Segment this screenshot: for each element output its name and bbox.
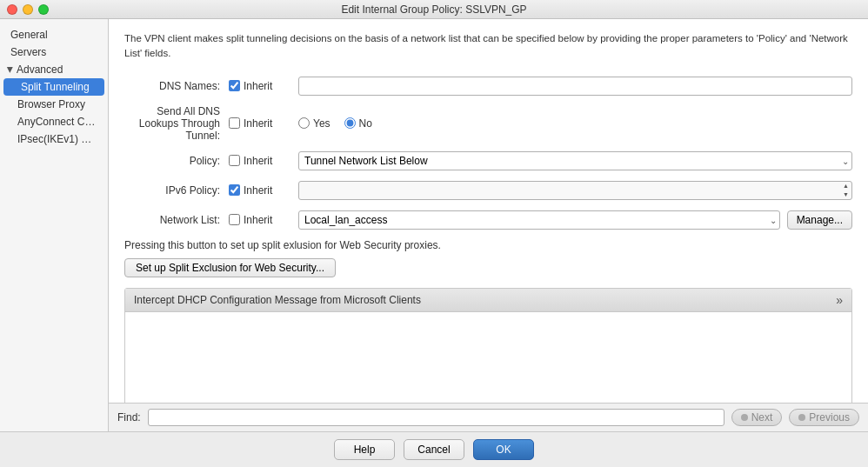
sidebar-item-split-tunneling[interactable]: Split Tunneling [3, 78, 104, 96]
close-button[interactable] [7, 4, 17, 15]
sidebar-item-ipsec[interactable]: IPsec(IKEv1) Clie... [0, 130, 108, 148]
maximize-button[interactable] [38, 4, 49, 15]
ipv6-policy-inherit-checkbox[interactable] [229, 184, 240, 196]
dns-names-label: DNS Names: [124, 80, 229, 92]
network-list-inherit-checkbox[interactable] [229, 214, 240, 225]
action-bar: Help Cancel OK [0, 431, 868, 467]
network-list-inherit-label[interactable]: Inherit [229, 214, 272, 226]
sidebar-item-browser-proxy[interactable]: Browser Proxy [0, 96, 108, 113]
next-dot-icon [741, 414, 748, 421]
find-bar: Find: Next Previous [109, 403, 868, 431]
send-all-dns-no-radio[interactable] [344, 117, 356, 129]
dhcp-expand-icon[interactable]: » [836, 293, 843, 307]
find-label: Find: [117, 411, 141, 424]
dns-names-row: DNS Names: Inherit [124, 76, 852, 97]
policy-select-wrapper: Tunnel Network List Below Exclude Networ… [298, 151, 852, 170]
web-security-button[interactable]: Set up Split Exclusion for Web Security.… [124, 258, 336, 277]
ipv6-spinner-arrows: ▲ ▼ [841, 182, 851, 199]
content-inner: The VPN client makes split tunneling dec… [109, 19, 868, 403]
ipv6-policy-spinner: ▲ ▼ [298, 181, 852, 200]
send-all-dns-inherit-checkbox[interactable] [229, 117, 240, 129]
policy-select[interactable]: Tunnel Network List Below Exclude Networ… [298, 151, 852, 170]
main-layout: General Servers ▶ Advanced Split Tunneli… [0, 19, 868, 431]
send-all-dns-yes-radio[interactable] [298, 117, 310, 129]
network-list-select-wrapper: Local_lan_access ⌄ [298, 210, 780, 230]
send-all-dns-row: Send All DNS Lookups Through Tunnel: Inh… [124, 105, 852, 142]
policy-inherit-checkbox[interactable] [229, 155, 240, 166]
ipv6-policy-input[interactable] [298, 181, 852, 200]
dhcp-section: Intercept DHCP Configuration Message fro… [124, 288, 852, 404]
sidebar-advanced-label: Advanced [17, 63, 63, 76]
dhcp-header-label: Intercept DHCP Configuration Message fro… [134, 294, 421, 306]
dns-names-input[interactable] [298, 77, 852, 96]
send-all-dns-inherit-label[interactable]: Inherit [229, 117, 272, 130]
previous-dot-icon [798, 414, 805, 421]
send-all-dns-inherit-wrapper: Inherit [229, 117, 298, 130]
window-title: Edit Internal Group Policy: SSLVPN_GP [341, 3, 526, 16]
policy-label: Policy: [124, 155, 229, 167]
dns-names-inherit-label[interactable]: Inherit [229, 80, 272, 92]
sidebar-item-anyconnect[interactable]: AnyConnect Clie... [0, 113, 108, 130]
policy-inherit-label[interactable]: Inherit [229, 155, 272, 167]
advanced-chevron-icon: ▶ [6, 67, 15, 73]
dns-names-control [298, 77, 852, 96]
dns-names-inherit-wrapper: Inherit [229, 80, 298, 92]
ipv6-spinner-up-icon[interactable]: ▲ [841, 182, 851, 190]
policy-inherit-wrapper: Inherit [229, 155, 298, 167]
dns-names-inherit-checkbox[interactable] [229, 80, 240, 91]
previous-button[interactable]: Previous [789, 409, 859, 426]
policy-control: Tunnel Network List Below Exclude Networ… [298, 151, 852, 170]
dhcp-content [125, 312, 851, 404]
content-panel: The VPN client makes split tunneling dec… [109, 19, 868, 431]
window-controls [7, 4, 49, 15]
minimize-button[interactable] [23, 4, 33, 15]
sidebar-item-general[interactable]: General [0, 26, 108, 43]
ipv6-policy-row: IPv6 Policy: Inherit ▲ ▼ [124, 180, 852, 201]
network-list-select[interactable]: Local_lan_access [298, 210, 780, 230]
ipv6-spinner-down-icon[interactable]: ▼ [841, 190, 851, 199]
ipv6-policy-control: ▲ ▼ [298, 181, 852, 200]
send-all-dns-label: Send All DNS Lookups Through Tunnel: [124, 105, 229, 142]
find-input[interactable] [148, 409, 724, 426]
ok-button[interactable]: OK [473, 439, 534, 460]
ipv6-policy-inherit-label[interactable]: Inherit [229, 184, 272, 197]
dhcp-header[interactable]: Intercept DHCP Configuration Message fro… [125, 289, 851, 312]
ipv6-policy-label: IPv6 Policy: [124, 184, 229, 197]
network-list-control: Local_lan_access ⌄ Manage... [298, 210, 852, 230]
next-button[interactable]: Next [731, 409, 783, 426]
sidebar: General Servers ▶ Advanced Split Tunneli… [0, 19, 109, 431]
sidebar-item-servers[interactable]: Servers [0, 43, 108, 61]
sidebar-item-advanced[interactable]: ▶ Advanced [0, 61, 108, 78]
network-list-label: Network List: [124, 214, 229, 226]
titlebar: Edit Internal Group Policy: SSLVPN_GP [0, 0, 868, 19]
web-security-section: Pressing this button to set up split exl… [124, 239, 852, 277]
web-security-description: Pressing this button to set up split exl… [124, 239, 852, 251]
send-all-dns-control: Yes No [298, 117, 852, 130]
description-text: The VPN client makes split tunneling dec… [124, 31, 852, 62]
network-list-row: Network List: Inherit Local_lan_access ⌄… [124, 210, 852, 230]
send-all-dns-yes-option[interactable]: Yes [298, 117, 331, 130]
policy-row: Policy: Inherit Tunnel Network List Belo… [124, 150, 852, 171]
network-list-inherit-wrapper: Inherit [229, 214, 298, 226]
cancel-button[interactable]: Cancel [404, 439, 464, 460]
send-all-dns-no-option[interactable]: No [344, 117, 372, 130]
ipv6-policy-inherit-wrapper: Inherit [229, 184, 298, 197]
help-button[interactable]: Help [334, 439, 395, 460]
manage-button[interactable]: Manage... [787, 210, 852, 230]
